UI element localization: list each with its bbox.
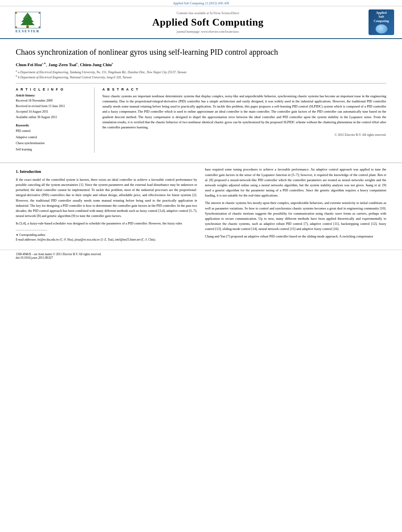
journal-title-center: Contents lists available at SciVerse Sci… [47, 11, 369, 33]
abstract-text: Since chaotic systems are important nonl… [102, 94, 386, 130]
keywords-section: Keywords: PID control Adaptive control C… [16, 124, 88, 152]
article-info-heading: A R T I C L E I N F O [16, 87, 88, 91]
journal-badge: Applied Soft Computing [369, 9, 394, 35]
doi-line: doi:10.1016/j.asoc.2011.08.027 [16, 256, 386, 260]
journal-header: ELSEVIER Contents lists available at Sci… [0, 6, 402, 39]
keyword-chaos: Chaos synchronization [16, 141, 88, 146]
authors-line: Chun-Fei Hsua,∗, Jang-Zern Tsaib, Chien-… [16, 62, 386, 67]
abstract-col: A B S T R A C T Since chaotic systems ar… [102, 87, 386, 153]
page-footer: 1568-4946/$ – see front matter © 2011 El… [0, 250, 402, 262]
abstract-heading: A B S T R A C T [102, 87, 386, 91]
author-jang-zern: Jang-Zern Tsai [48, 62, 76, 67]
homepage-line: journal homepage: www.elsevier.com/locat… [47, 30, 369, 33]
author-chien-jung: Chien-Jung Chiu [80, 62, 112, 67]
section1-heading: 1. Introduction [16, 169, 197, 175]
elsevier-label: ELSEVIER [15, 29, 40, 33]
main-body: 1. Introduction If the exact model of th… [0, 163, 402, 250]
footnote-divider [16, 230, 47, 230]
keyword-self-learning: Self learning [16, 147, 88, 152]
available-date: Available online 30 August 2011 [16, 115, 88, 120]
intro-col2-p1: base required some tuning procedures to … [205, 167, 387, 198]
issn-line: 1568-4946/$ – see front matter © 2011 El… [16, 252, 386, 256]
journal-top-bar: Applied Soft Computing 12 (2012) 430–439 [0, 0, 402, 6]
svg-point-10 [39, 26, 40, 28]
author-sup-b2: b [112, 62, 113, 65]
svg-point-8 [39, 12, 40, 14]
svg-point-9 [15, 26, 17, 28]
elsevier-logo: ELSEVIER [8, 12, 47, 33]
footnote-email: E-mail addresses: fei@ee.tku.edu.tw (C.-… [16, 237, 197, 242]
paper-content: Chaos synchronization of nonlinear gyros… [0, 39, 402, 161]
keyword-adaptive: Adaptive control [16, 135, 88, 140]
journal-name: Applied Soft Computing [47, 17, 369, 28]
received-date: Received 18 November 2009 [16, 98, 88, 103]
badge-circle-icon [376, 24, 387, 33]
revised-date: Received in revised form 13 June 2011 [16, 104, 88, 109]
copyright-line: © 2011 Elsevier B.V. All rights reserved… [102, 133, 386, 137]
svg-point-7 [15, 12, 17, 14]
footnote-corresponding: ∗ Corresponding author. [16, 233, 197, 237]
affiliation-a: a a Department of Electrical Engineering… [16, 69, 386, 74]
body-col-left: 1. Introduction If the exact model of th… [16, 167, 197, 242]
intro-p1: If the exact model of the controlled sys… [16, 177, 197, 219]
svg-rect-1 [26, 26, 29, 28]
paper-title: Chaos synchronization of nonlinear gyros… [16, 47, 386, 57]
intro-col2-p2: The interest in chaotic systems lies mos… [205, 200, 387, 232]
accepted-date: Accepted 14 August 2011 [16, 109, 88, 114]
author-sup-a: a,∗ [42, 62, 46, 65]
badge-applied: Applied [376, 11, 387, 15]
history-label: Article history: [16, 94, 88, 97]
badge-computing: Computing [374, 19, 389, 23]
article-info-col: A R T I C L E I N F O Article history: R… [16, 87, 94, 153]
intro-p2: In [3,4], a fuzzy-rule-based scheduler w… [16, 221, 197, 226]
author-sup-b1: b [76, 62, 78, 65]
affiliation-b: b b Department of Electrical Engineering… [16, 74, 386, 79]
badge-soft: Soft [379, 15, 384, 19]
body-two-col: 1. Introduction If the exact model of th… [16, 167, 386, 242]
author-chun-fei: Chun-Fei Hsu [16, 62, 42, 67]
sciverse-line: Contents lists available at SciVerse Sci… [47, 11, 369, 15]
journal-citation: Applied Soft Computing 12 (2012) 430–439 [173, 2, 229, 5]
elsevier-tree-icon [15, 12, 41, 28]
keyword-pid: PID control [16, 128, 88, 134]
article-info-abstract: A R T I C L E I N F O Article history: R… [16, 87, 386, 153]
header-divider [16, 83, 386, 83]
body-col-right: base required some tuning procedures to … [205, 167, 387, 242]
keywords-label: Keywords: [16, 124, 88, 127]
intro-col2-p3: Chang and Yan [7] proposed an adaptive r… [205, 234, 387, 239]
